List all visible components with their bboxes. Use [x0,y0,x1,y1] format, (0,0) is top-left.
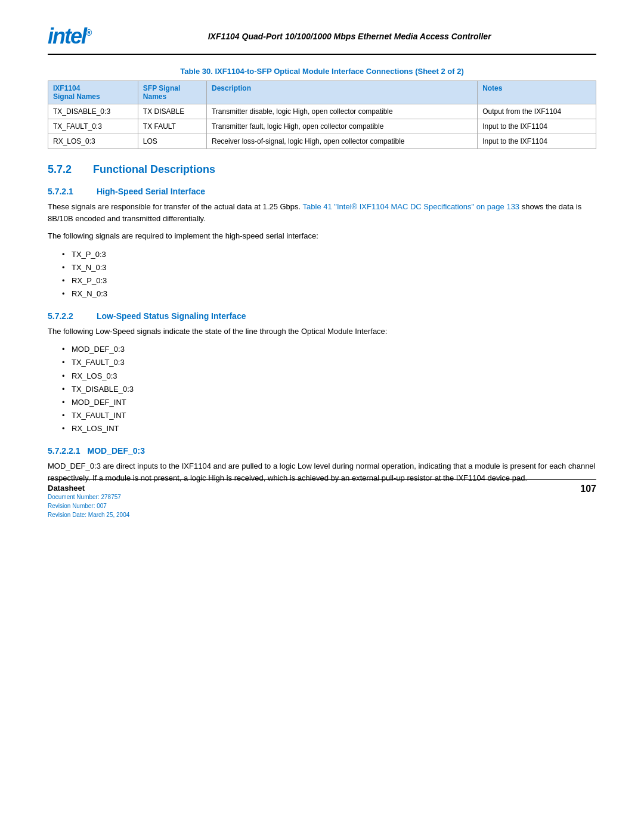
page: intel® IXF1104 Quad-Port 10/100/1000 Mbp… [0,0,644,537]
list-item: TX_DISABLE_0:3 [72,383,596,396]
section-572-number: 5.7.2 [48,163,83,176]
footer-revision-date: Revision Date: March 25, 2004 [48,510,129,519]
table-row: RX_LOS_0:3 LOS Receiver loss-of-signal, … [48,134,596,149]
footer-revision-number: Revision Number: 007 [48,501,129,510]
list-item: RX_LOS_0:3 [72,370,596,383]
list-item: TX_FAULT_0:3 [72,356,596,369]
table-row: TX_FAULT_0:3 TX FAULT Transmitter fault,… [48,119,596,134]
page-number: 107 [580,484,596,494]
col-header-description: Description [206,81,477,104]
cell-ixf1104-0: TX_DISABLE_0:3 [48,104,138,119]
cell-notes-2: Input to the IXF1104 [478,134,596,149]
section-57221-number: 5.7.2.2.1 [48,446,80,456]
section-572-heading: 5.7.2 Functional Descriptions [48,163,596,176]
table-title: Table 30. IXF1104-to-SFP Optical Module … [48,67,596,76]
section-5721-title: High-Speed Serial Interface [97,187,205,196]
list-item: RX_LOS_INT [72,422,596,435]
page-header: intel® IXF1104 Quad-Port 10/100/1000 Mbp… [48,24,596,55]
section-5722-number: 5.7.2.2 [48,311,89,321]
list-item: MOD_DEF_0:3 [72,343,596,356]
table-row: TX_DISABLE_0:3 TX DISABLE Transmitter di… [48,104,596,119]
section-5721-number: 5.7.2.1 [48,187,89,196]
datasheet-label: Datasheet [48,484,129,493]
list-item: RX_P_0:3 [72,274,596,287]
cell-desc-2: Receiver loss-of-signal, logic High, ope… [206,134,477,149]
list-item: TX_FAULT_INT [72,409,596,422]
section-5722-heading: 5.7.2.2 Low-Speed Status Signaling Inter… [48,311,596,321]
document-title: IXF1104 Quad-Port 10/100/1000 Mbps Ether… [103,32,596,41]
page-footer: Datasheet Document Number: 278757 Revisi… [48,479,596,519]
cell-notes-0: Output from the IXF1104 [478,104,596,119]
col-header-notes: Notes [478,81,596,104]
section-5721-para2: The following signals are required to im… [48,230,596,242]
cell-notes-1: Input to the IXF1104 [478,119,596,134]
cell-sfp-1: TX FAULT [138,119,206,134]
intel-logo: intel® [48,24,91,49]
cell-sfp-2: LOS [138,134,206,149]
registered-mark: ® [86,28,91,38]
section-5721-para1: These signals are responsible for transf… [48,201,596,224]
section-572-title: Functional Descriptions [93,163,215,176]
section-57221-heading: 5.7.2.2.1 MOD_DEF_0:3 [48,446,596,456]
cell-ixf1104-2: RX_LOS_0:3 [48,134,138,149]
table41-link[interactable]: Table 41 "Intel® IXF1104 MAC DC Specific… [303,202,520,211]
section-5722-para1: The following Low-Speed signals indicate… [48,326,596,337]
footer-left: Datasheet Document Number: 278757 Revisi… [48,484,129,519]
high-speed-signals-list: TX_P_0:3 TX_N_0:3 RX_P_0:3 RX_N_0:3 [72,248,596,301]
footer-doc-number: Document Number: 278757 [48,493,129,501]
col-header-sfp-signal: SFP SignalNames [138,81,206,104]
list-item: RX_N_0:3 [72,287,596,301]
cell-sfp-0: TX DISABLE [138,104,206,119]
list-item: TX_N_0:3 [72,261,596,274]
sfp-connections-table: IXF1104Signal Names SFP SignalNames Desc… [48,80,596,149]
cell-desc-0: Transmitter disable, logic High, open co… [206,104,477,119]
list-item: TX_P_0:3 [72,248,596,261]
cell-desc-1: Transmitter fault, logic High, open coll… [206,119,477,134]
section-57221-title: MOD_DEF_0:3 [88,446,145,456]
low-speed-signals-list: MOD_DEF_0:3 TX_FAULT_0:3 RX_LOS_0:3 TX_D… [72,343,596,435]
col-header-ixf1104: IXF1104Signal Names [48,81,138,104]
section-5722-title: Low-Speed Status Signaling Interface [97,311,246,321]
cell-ixf1104-1: TX_FAULT_0:3 [48,119,138,134]
section-5721-heading: 5.7.2.1 High-Speed Serial Interface [48,187,596,196]
list-item: MOD_DEF_INT [72,396,596,409]
